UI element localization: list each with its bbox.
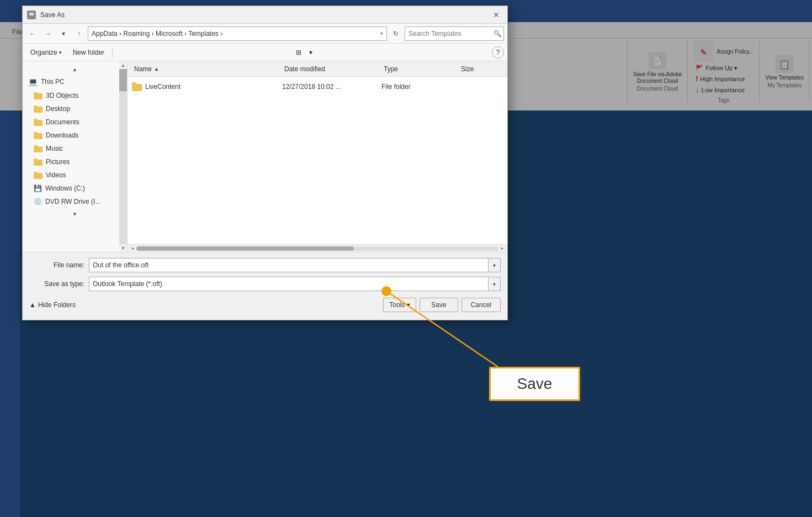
sidebar-scrollbar[interactable]: ▲ ▼ xyxy=(119,61,127,252)
breadcrumb: AppData › Roaming › Microsoft › Template… xyxy=(92,30,222,38)
dialog-icon xyxy=(27,10,36,19)
sidebar-item-music[interactable]: Music xyxy=(23,142,127,155)
videos-label: Videos xyxy=(46,171,66,179)
folder-icon-downloads xyxy=(34,132,43,139)
help-button[interactable]: ? xyxy=(492,46,504,59)
dialog-content: ▲ 💻 This PC 3D Objects Desktop Documents… xyxy=(23,61,507,252)
sidebar-item-pictures[interactable]: Pictures xyxy=(23,155,127,168)
filename-input[interactable] xyxy=(89,258,488,272)
file-list-body: LiveContent 12/27/2018 10:02 ... File fo… xyxy=(128,77,507,244)
scroll-track xyxy=(119,69,127,244)
toolbar-separator xyxy=(112,48,113,57)
music-label: Music xyxy=(46,145,63,152)
address-path[interactable]: AppData › Roaming › Microsoft › Template… xyxy=(88,27,387,41)
col-header-type[interactable]: Type xyxy=(381,65,459,73)
filename-dropdown-btn[interactable]: ▾ xyxy=(488,258,500,272)
hide-folders-arrow: ▲ xyxy=(29,301,36,309)
filetype-label: Save as type: xyxy=(29,280,84,288)
dialog-title: Save As xyxy=(40,11,485,19)
sidebar-item-desktop[interactable]: Desktop xyxy=(23,102,127,115)
sidebar-item-dvd[interactable]: 💿 DVD RW Drive (I... xyxy=(23,195,127,208)
h-scroll-thumb xyxy=(136,246,354,251)
sidebar-item-downloads[interactable]: Downloads xyxy=(23,129,127,142)
view-toggle: ⊞ ▾ xyxy=(291,46,315,59)
filetype-dropdown-btn[interactable]: ▾ xyxy=(488,277,500,291)
dialog-titlebar: Save As ✕ xyxy=(23,6,507,24)
sidebar-item-videos[interactable]: Videos xyxy=(23,168,127,182)
save-as-dialog: Save As ✕ ← → ▾ ↑ AppData › Roaming › Mi… xyxy=(22,6,508,320)
dialog-bottom: File name: ▾ Save as type: ▾ ▲ Hide Fold… xyxy=(23,252,507,320)
downloads-label: Downloads xyxy=(46,131,78,139)
search-box[interactable]: 🔍 xyxy=(405,27,504,41)
refresh-button[interactable]: ↻ xyxy=(389,27,402,40)
dvd-icon: 💿 xyxy=(34,198,42,205)
filetype-row: Save as type: ▾ xyxy=(29,277,501,291)
dialog-toolbar: Organize ▾ New folder ⊞ ▾ ? xyxy=(23,44,507,61)
col-header-size[interactable]: Size xyxy=(459,65,503,73)
dialog-action-buttons: Tools ▾ Save Cancel xyxy=(383,298,501,312)
filename-input-container: ▾ xyxy=(89,258,501,272)
filename-label: File name: xyxy=(29,261,84,269)
forward-button[interactable]: → xyxy=(41,27,55,40)
desktop-label: Desktop xyxy=(46,105,70,113)
organize-label: Organize xyxy=(30,49,57,56)
this-pc-label: This PC xyxy=(41,78,65,86)
organize-button[interactable]: Organize ▾ xyxy=(26,46,66,59)
search-input[interactable] xyxy=(408,30,491,38)
organize-arrow: ▾ xyxy=(59,50,62,55)
sidebar-item-this-pc[interactable]: 💻 This PC xyxy=(23,75,127,89)
dialog-close-button[interactable]: ✕ xyxy=(490,8,503,22)
col-header-name[interactable]: Name ▲ xyxy=(132,65,282,73)
tools-button[interactable]: Tools ▾ xyxy=(383,298,416,312)
sort-icon: ▲ xyxy=(154,66,159,72)
sidebar-scroll-down[interactable]: ▼ xyxy=(23,208,127,219)
horizontal-scrollbar[interactable]: ◂ ▸ xyxy=(128,244,507,252)
hide-folders-button[interactable]: ▲ Hide Folders xyxy=(29,301,76,309)
search-icon: 🔍 xyxy=(493,30,502,38)
view-dropdown-button[interactable]: ▾ xyxy=(307,46,315,59)
cancel-button[interactable]: Cancel xyxy=(461,298,501,312)
new-folder-button[interactable]: New folder xyxy=(68,46,109,59)
sidebar-scroll-up[interactable]: ▲ xyxy=(23,64,127,75)
sidebar-item-documents[interactable]: Documents xyxy=(23,115,127,129)
drive-icon-windows: 💾 xyxy=(34,184,42,192)
file-date: 12/27/2018 10:02 ... xyxy=(282,83,381,91)
save-annotation-box: Save xyxy=(489,367,580,401)
new-folder-label: New folder xyxy=(73,49,104,56)
sidebar-item-windows-c[interactable]: 💾 Windows (C:) xyxy=(23,182,127,195)
windows-c-label: Windows (C:) xyxy=(45,184,85,192)
tools-label: Tools xyxy=(389,301,405,309)
tools-arrow: ▾ xyxy=(407,301,410,309)
filetype-input[interactable] xyxy=(89,277,488,291)
sidebar-item-3d-objects[interactable]: 3D Objects xyxy=(23,89,127,102)
pc-icon: 💻 xyxy=(28,77,38,86)
up-button[interactable]: ↑ xyxy=(72,27,86,40)
hide-folders-label: Hide Folders xyxy=(38,301,76,309)
h-scroll-left[interactable]: ◂ xyxy=(129,245,136,252)
filetype-input-container: ▾ xyxy=(89,277,501,291)
dialog-addressbar: ← → ▾ ↑ AppData › Roaming › Microsoft › … xyxy=(23,24,507,44)
file-list-header: Name ▲ Date modified Type Size xyxy=(128,61,507,77)
file-type: File folder xyxy=(381,83,459,91)
dropdown-arrow-button[interactable]: ▾ xyxy=(57,27,70,40)
h-scroll-right[interactable]: ▸ xyxy=(498,245,506,252)
folder-icon-videos xyxy=(34,172,43,179)
col-header-date[interactable]: Date modified xyxy=(282,65,381,73)
folder-icon-3d xyxy=(34,92,43,99)
dialog-sidebar: ▲ 💻 This PC 3D Objects Desktop Documents… xyxy=(23,61,128,252)
view-toggle-button[interactable]: ⊞ xyxy=(291,46,306,59)
path-dropdown-arrow: ▾ xyxy=(380,30,383,36)
back-button[interactable]: ← xyxy=(26,27,39,40)
folder-icon-documents xyxy=(34,119,43,126)
folder-icon-desktop xyxy=(34,105,43,113)
scroll-arrow-up[interactable]: ▲ xyxy=(119,61,127,69)
folder-icon-pictures xyxy=(34,159,43,166)
folder-icon-music xyxy=(34,145,43,152)
file-item-livecontent[interactable]: LiveContent 12/27/2018 10:02 ... File fo… xyxy=(128,79,507,94)
svg-rect-1 xyxy=(29,13,34,15)
save-annotation-label: Save xyxy=(517,375,553,393)
save-button[interactable]: Save xyxy=(420,298,458,312)
scroll-arrow-down[interactable]: ▼ xyxy=(119,244,127,252)
dialog-main: Name ▲ Date modified Type Size LiveConte… xyxy=(128,61,507,252)
scroll-thumb xyxy=(119,69,127,91)
